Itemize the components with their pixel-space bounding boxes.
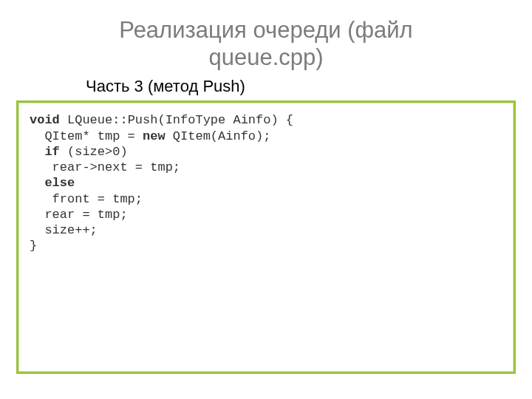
title-line-2: queue.cpp) [208,44,323,70]
title-line-1: Реализация очереди (файл [119,17,412,43]
slide-subtitle: Часть 3 (метод Push) [0,75,532,100]
code-text: size++; [30,223,98,237]
code-text: } [30,239,37,253]
code-text [30,176,44,190]
code-block: void LQueue::Push(InfoType Ainfo) { QIte… [19,103,513,262]
code-box-mid: void LQueue::Push(InfoType Ainfo) { QIte… [18,103,514,372]
code-box-outer: void LQueue::Push(InfoType Ainfo) { QIte… [16,100,516,374]
code-text: QItem(Ainfo); [166,129,271,143]
code-text: rear->next = tmp; [30,160,180,174]
keyword-else: else [44,176,75,190]
keyword-if: if [44,145,59,159]
code-text: QItem* tmp = [30,129,143,143]
code-text [30,145,44,159]
code-text: (size>0) [60,145,128,159]
keyword-new: new [143,129,166,143]
code-text: front = tmp; [30,192,143,206]
code-text: rear = tmp; [30,208,128,222]
code-text: LQueue::Push(InfoType Ainfo) { [60,113,293,127]
keyword-void: void [30,113,60,127]
slide-title: Реализация очереди (файл queue.cpp) [0,0,532,75]
slide: Реализация очереди (файл queue.cpp) Част… [0,0,532,399]
